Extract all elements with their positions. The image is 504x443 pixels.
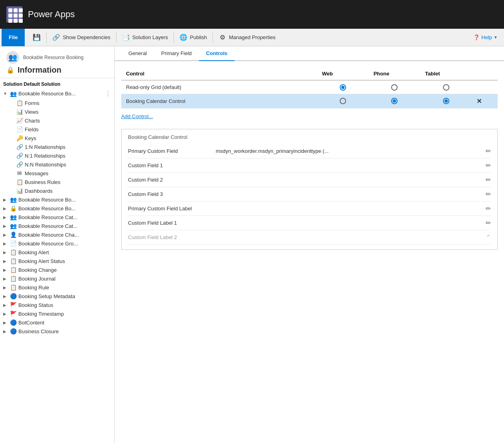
entity-booking-timestamp[interactable]: ▶ 🚩 Booking Timestamp [0, 309, 114, 318]
views-icon: 📊 [16, 109, 23, 115]
control-name-readonly: Read-only Grid (default) [121, 80, 317, 94]
bcc-edit-primary-custom-field-label[interactable]: ✏ [486, 205, 491, 212]
entity-booking-alert-status[interactable]: ▶ 📋 Booking Alert Status [0, 257, 114, 265]
tablet-radio-readonly[interactable] [420, 80, 472, 94]
fields-icon: 📄 [16, 126, 23, 133]
solution-layers-button[interactable]: 📑 Solution Layers [117, 29, 173, 46]
add-control-link[interactable]: Add Control... [121, 113, 153, 119]
bcc-edit-custom-field-1[interactable]: ✏ [486, 162, 491, 169]
tree-node-charts[interactable]: 📈 Charts [6, 116, 114, 125]
radio-tablet-unchecked[interactable] [443, 84, 449, 91]
entity-booking-setup-metadata[interactable]: ▶ 🔵 Booking Setup Metadata [0, 292, 114, 301]
bsm-icon: 🔵 [10, 293, 17, 299]
tree-node-dashboards[interactable]: 📊 Dashboards [6, 186, 114, 195]
publish-button[interactable]: 🌐 Publish [175, 29, 212, 46]
bcc-row-custom-field-2: Custom Field 2 ✏ [128, 173, 491, 187]
tree-node-1n-relationships[interactable]: 🔗 1:N Relationships [6, 142, 114, 151]
show-dependencies-button[interactable]: 🔗 Show Dependencies [47, 29, 115, 46]
bcc-edit-primary-custom-field[interactable]: ✏ [486, 147, 491, 155]
n1-icon: 🔗 [16, 152, 23, 159]
show-dependencies-label: Show Dependencies [63, 34, 110, 40]
bcc-label-primary-custom-field-label: Primary Custom Field Label [128, 206, 216, 212]
bcc-row-custom-field-label-2: Custom Field Label 2 ⌃ [128, 230, 491, 245]
tree-node-business-rules[interactable]: 📋 Business Rules [6, 178, 114, 186]
managed-properties-button[interactable]: ⚙ Managed Properties [214, 29, 280, 46]
bot-expand: ▶ [3, 320, 8, 325]
entity-bookable-bo-3[interactable]: ▶ 🔒 Bookable Resource Bo... [0, 204, 114, 213]
sep4 [213, 32, 213, 43]
entity-booking-journal[interactable]: ▶ 📋 Booking Journal [0, 274, 114, 283]
entity-title-icon: 🔒 [6, 66, 14, 74]
entity-bookable-cat-2[interactable]: ▶ 👥 Bookable Resource Cat... [0, 222, 114, 230]
bcc-edit-custom-field-2[interactable]: ✏ [486, 176, 491, 184]
tree-node-keys[interactable]: 🔑 Keys [6, 134, 114, 142]
publish-icon: 🌐 [179, 34, 187, 42]
ba-label: Booking Alert [18, 249, 49, 255]
bts-expand: ▶ [3, 312, 8, 316]
tab-primary-field[interactable]: Primary Field [154, 46, 199, 61]
entity-bookable-bo-2[interactable]: ▶ 👥 Bookable Resource Bo... [0, 195, 114, 204]
phone-radio-readonly[interactable] [369, 80, 420, 94]
dash-label: Dashboards [25, 188, 53, 194]
charts-icon: 📈 [16, 117, 23, 124]
file-button[interactable]: File [2, 29, 25, 46]
action-cell-bcc[interactable]: ✕ [472, 94, 498, 108]
bbc1-label: Bookable Resource Cat... [18, 214, 77, 220]
bbe3-icon: 🔒 [10, 205, 17, 212]
help-chevron-icon: ▼ [494, 35, 498, 40]
tree-node-messages[interactable]: ✉ Messages [6, 169, 114, 178]
bbcha-icon: 👤 [10, 231, 17, 238]
web-radio-bcc[interactable] [317, 94, 368, 108]
entity-bookable-gro[interactable]: ▶ 📄 Bookable Resource Gro... [0, 239, 114, 248]
solution-label: Solution Default Solution [0, 78, 114, 89]
tab-controls[interactable]: Controls [199, 46, 234, 61]
save-button[interactable]: 💾 [28, 29, 45, 46]
root-node-icon: 👥 [10, 91, 17, 97]
entity-booking-change[interactable]: ▶ 📋 Booking Change [0, 265, 114, 274]
entity-bookable-cat-1[interactable]: ▶ 👥 Bookable Resource Cat... [0, 213, 114, 222]
tablet-radio-bcc[interactable] [420, 94, 472, 108]
radio-phone-unchecked[interactable] [391, 84, 398, 91]
web-radio-readonly[interactable] [317, 80, 368, 94]
top-bar: Power Apps [0, 0, 504, 29]
help-label: Help [481, 34, 492, 40]
sep2 [116, 32, 116, 43]
apps-grid-icon[interactable] [6, 6, 22, 22]
tree-node-views[interactable]: 📊 Views [6, 107, 114, 116]
bcc-label-custom-field-label-2: Custom Field Label 2 [128, 234, 216, 240]
bcc-edit-custom-field-3[interactable]: ✏ [486, 190, 491, 198]
bbgro-icon: 📄 [10, 240, 17, 247]
table-row[interactable]: Booking Calendar Control ✕ [121, 94, 498, 108]
entity-botcontent[interactable]: ▶ 🔵 BotContent [0, 318, 114, 327]
delete-bcc-button[interactable]: ✕ [476, 97, 482, 105]
entity-booking-rule[interactable]: ▶ 📋 Booking Rule [0, 283, 114, 292]
col-header-action [472, 67, 498, 80]
bcc-edit-custom-field-label-1[interactable]: ✏ [486, 219, 491, 227]
radio-web-bcc[interactable] [340, 98, 346, 104]
radio-tablet-bcc-checked[interactable] [443, 98, 449, 104]
phone-radio-bcc[interactable] [369, 94, 420, 108]
radio-phone-bcc-checked[interactable] [391, 98, 398, 104]
bcc-section: Booking Calendar Control Primary Custom … [121, 129, 498, 250]
entity-business-closure[interactable]: ▶ 🔵 Business Closure [0, 327, 114, 336]
radio-web-checked[interactable] [340, 84, 346, 91]
publish-label: Publish [190, 34, 207, 40]
tree-node-n1-relationships[interactable]: 🔗 N:1 Relationships [6, 151, 114, 160]
tree-node-nn-relationships[interactable]: 🔗 N:N Relationships [6, 160, 114, 169]
tab-general[interactable]: General [121, 46, 154, 61]
bbe2-icon: 👥 [10, 196, 17, 203]
n1-label: N:1 Relationships [25, 153, 65, 159]
bclosure-expand: ▶ [3, 329, 8, 334]
bot-icon: 🔵 [10, 319, 17, 326]
entity-booking-status[interactable]: ▶ 🚩 Booking Status [0, 301, 114, 309]
entity-booking-alert[interactable]: ▶ 📋 Booking Alert [0, 248, 114, 257]
managed-properties-label: Managed Properties [229, 34, 276, 40]
bcc-edit-custom-field-label-2[interactable]: ⌃ [486, 233, 491, 241]
tree-node-forms[interactable]: 📋 Forms [6, 99, 114, 107]
tree-root-node[interactable]: ▼ 👥 Bookable Resource Bo... ⋮ [0, 89, 114, 99]
entity-bookable-cha[interactable]: ▶ 👤 Bookable Resource Cha... [0, 230, 114, 239]
tree-node-fields[interactable]: 📄 Fields [6, 125, 114, 134]
bcc-row-primary-custom-field: Primary Custom Field msdyn_workorder.msd… [128, 144, 491, 158]
help-button[interactable]: ❓ Help ▼ [469, 33, 502, 42]
managed-props-icon: ⚙ [219, 34, 226, 42]
